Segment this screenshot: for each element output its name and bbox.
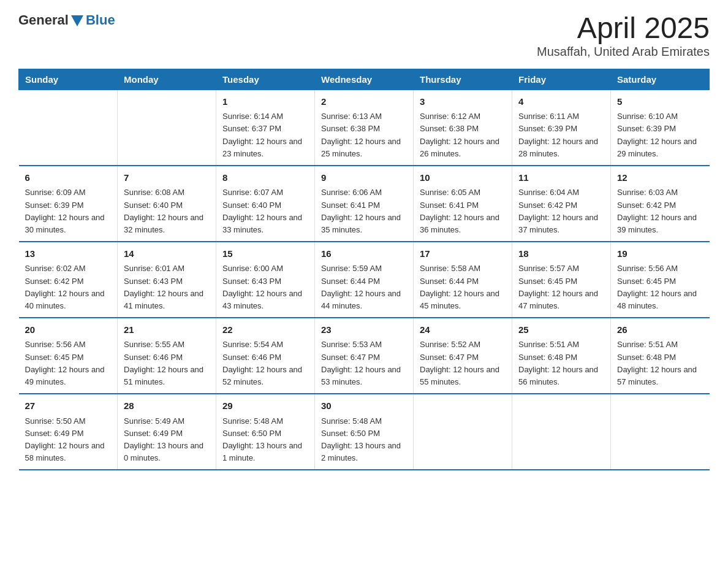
day-info: Sunrise: 5:48 AMSunset: 6:50 PMDaylight:… [321, 415, 407, 465]
daylight-text: Daylight: 12 hours and 45 minutes. [420, 288, 506, 312]
sunset-text: Sunset: 6:43 PM [222, 275, 308, 288]
title-block: April 2025 Musaffah, United Arab Emirate… [537, 12, 710, 59]
sunset-text: Sunset: 6:49 PM [25, 427, 112, 440]
day-cell: 24Sunrise: 5:52 AMSunset: 6:47 PMDayligh… [414, 318, 512, 394]
daylight-text: Daylight: 12 hours and 49 minutes. [25, 364, 112, 388]
header-friday: Friday [512, 69, 611, 90]
day-number: 11 [518, 171, 604, 185]
day-cell: 18Sunrise: 5:57 AMSunset: 6:45 PMDayligh… [512, 242, 611, 318]
header-wednesday: Wednesday [315, 69, 414, 90]
sunset-text: Sunset: 6:48 PM [518, 351, 604, 364]
day-number: 23 [321, 323, 407, 337]
sunset-text: Sunset: 6:44 PM [321, 275, 407, 288]
sunrise-text: Sunrise: 6:14 AM [222, 110, 308, 123]
sunset-text: Sunset: 6:42 PM [617, 199, 703, 212]
day-cell: 11Sunrise: 6:04 AMSunset: 6:42 PMDayligh… [512, 166, 611, 242]
week-row-4: 20Sunrise: 5:56 AMSunset: 6:45 PMDayligh… [19, 318, 710, 394]
calendar-title: April 2025 [537, 12, 710, 45]
sunrise-text: Sunrise: 6:13 AM [321, 110, 407, 123]
header-tuesday: Tuesday [216, 69, 315, 90]
daylight-text: Daylight: 12 hours and 58 minutes. [25, 440, 112, 464]
sunset-text: Sunset: 6:46 PM [124, 351, 210, 364]
sunset-text: Sunset: 6:44 PM [420, 275, 506, 288]
day-number: 13 [25, 247, 112, 261]
day-number: 25 [518, 323, 604, 337]
day-info: Sunrise: 5:58 AMSunset: 6:44 PMDaylight:… [420, 262, 506, 312]
logo: General Blue [18, 12, 115, 28]
sunrise-text: Sunrise: 6:05 AM [420, 186, 506, 199]
sunset-text: Sunset: 6:39 PM [518, 123, 604, 135]
day-number: 19 [617, 247, 703, 261]
daylight-text: Daylight: 12 hours and 35 minutes. [321, 212, 407, 236]
daylight-text: Daylight: 12 hours and 53 minutes. [321, 364, 407, 388]
day-number: 7 [124, 171, 210, 185]
sunrise-text: Sunrise: 6:10 AM [617, 110, 703, 123]
sunrise-text: Sunrise: 6:08 AM [124, 186, 210, 199]
sunrise-text: Sunrise: 5:59 AM [321, 262, 407, 275]
day-cell: 25Sunrise: 5:51 AMSunset: 6:48 PMDayligh… [512, 318, 611, 394]
day-cell: 28Sunrise: 5:49 AMSunset: 6:49 PMDayligh… [118, 394, 216, 470]
day-cell [512, 394, 611, 470]
daylight-text: Daylight: 12 hours and 56 minutes. [518, 364, 604, 388]
day-number: 6 [25, 171, 112, 185]
daylight-text: Daylight: 12 hours and 30 minutes. [25, 212, 112, 236]
sunrise-text: Sunrise: 5:49 AM [124, 415, 210, 427]
sunrise-text: Sunrise: 5:53 AM [321, 339, 407, 351]
day-number: 30 [321, 399, 407, 413]
day-info: Sunrise: 5:56 AMSunset: 6:45 PMDaylight:… [617, 262, 703, 312]
day-info: Sunrise: 6:09 AMSunset: 6:39 PMDaylight:… [25, 186, 112, 236]
daylight-text: Daylight: 12 hours and 44 minutes. [321, 288, 407, 312]
day-cell: 21Sunrise: 5:55 AMSunset: 6:46 PMDayligh… [118, 318, 216, 394]
day-cell: 6Sunrise: 6:09 AMSunset: 6:39 PMDaylight… [19, 166, 118, 242]
day-info: Sunrise: 5:52 AMSunset: 6:47 PMDaylight:… [420, 339, 506, 388]
calendar-body: 1Sunrise: 6:14 AMSunset: 6:37 PMDaylight… [19, 90, 710, 470]
day-cell: 1Sunrise: 6:14 AMSunset: 6:37 PMDaylight… [216, 90, 315, 166]
day-cell [414, 394, 512, 470]
sunset-text: Sunset: 6:43 PM [124, 275, 210, 288]
day-info: Sunrise: 5:53 AMSunset: 6:47 PMDaylight:… [321, 339, 407, 388]
daylight-text: Daylight: 12 hours and 55 minutes. [420, 364, 506, 388]
day-cell: 15Sunrise: 6:00 AMSunset: 6:43 PMDayligh… [216, 242, 315, 318]
day-cell: 22Sunrise: 5:54 AMSunset: 6:46 PMDayligh… [216, 318, 315, 394]
sunrise-text: Sunrise: 5:51 AM [518, 339, 604, 351]
daylight-text: Daylight: 12 hours and 23 minutes. [222, 136, 308, 160]
header-row: SundayMondayTuesdayWednesdayThursdayFrid… [19, 69, 710, 90]
header-saturday: Saturday [611, 69, 710, 90]
sunrise-text: Sunrise: 5:55 AM [124, 339, 210, 351]
day-cell: 19Sunrise: 5:56 AMSunset: 6:45 PMDayligh… [611, 242, 710, 318]
sunrise-text: Sunrise: 5:57 AM [518, 262, 604, 275]
daylight-text: Daylight: 13 hours and 1 minute. [222, 440, 308, 464]
day-cell: 14Sunrise: 6:01 AMSunset: 6:43 PMDayligh… [118, 242, 216, 318]
day-info: Sunrise: 6:03 AMSunset: 6:42 PMDaylight:… [617, 186, 703, 236]
day-info: Sunrise: 5:48 AMSunset: 6:50 PMDaylight:… [222, 415, 308, 465]
day-number: 12 [617, 171, 703, 185]
day-number: 22 [222, 323, 308, 337]
day-info: Sunrise: 6:01 AMSunset: 6:43 PMDaylight:… [124, 262, 210, 312]
sunset-text: Sunset: 6:39 PM [617, 123, 703, 135]
sunrise-text: Sunrise: 6:01 AM [124, 262, 210, 275]
day-info: Sunrise: 6:02 AMSunset: 6:42 PMDaylight:… [25, 262, 112, 312]
sunrise-text: Sunrise: 5:58 AM [420, 262, 506, 275]
week-row-1: 1Sunrise: 6:14 AMSunset: 6:37 PMDaylight… [19, 90, 710, 166]
day-number: 16 [321, 247, 407, 261]
day-info: Sunrise: 6:11 AMSunset: 6:39 PMDaylight:… [518, 110, 604, 160]
sunrise-text: Sunrise: 5:56 AM [25, 339, 112, 351]
day-cell: 9Sunrise: 6:06 AMSunset: 6:41 PMDaylight… [315, 166, 414, 242]
day-number: 17 [420, 247, 506, 261]
day-info: Sunrise: 6:12 AMSunset: 6:38 PMDaylight:… [420, 110, 506, 160]
day-number: 8 [222, 171, 308, 185]
day-number: 2 [321, 95, 407, 109]
day-cell: 23Sunrise: 5:53 AMSunset: 6:47 PMDayligh… [315, 318, 414, 394]
sunset-text: Sunset: 6:39 PM [25, 199, 112, 212]
daylight-text: Daylight: 12 hours and 52 minutes. [222, 364, 308, 388]
day-cell: 20Sunrise: 5:56 AMSunset: 6:45 PMDayligh… [19, 318, 118, 394]
day-number: 21 [124, 323, 210, 337]
day-info: Sunrise: 6:10 AMSunset: 6:39 PMDaylight:… [617, 110, 703, 160]
day-cell: 8Sunrise: 6:07 AMSunset: 6:40 PMDaylight… [216, 166, 315, 242]
day-cell [611, 394, 710, 470]
day-number: 26 [617, 323, 703, 337]
sunset-text: Sunset: 6:45 PM [518, 275, 604, 288]
day-info: Sunrise: 6:04 AMSunset: 6:42 PMDaylight:… [518, 186, 604, 236]
sunrise-text: Sunrise: 6:12 AM [420, 110, 506, 123]
day-cell: 7Sunrise: 6:08 AMSunset: 6:40 PMDaylight… [118, 166, 216, 242]
